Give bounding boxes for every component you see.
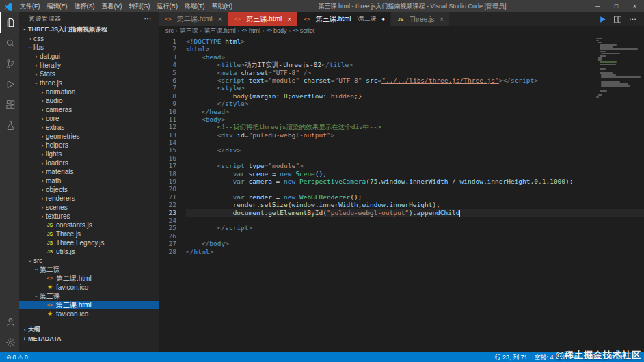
tree-folder-libs[interactable]: ›libs bbox=[19, 43, 159, 52]
close-button[interactable]: × bbox=[626, 0, 644, 12]
more-actions-icon[interactable]: ⋯ bbox=[144, 14, 152, 23]
breadcrumb-item[interactable]: src bbox=[165, 27, 174, 34]
tree-file-utils.js[interactable]: JSutils.js bbox=[19, 247, 159, 256]
sidebar-section[interactable]: ›METADATA bbox=[19, 334, 159, 343]
menu-item[interactable]: 查看(V) bbox=[98, 2, 126, 11]
line-number: 17 bbox=[159, 162, 176, 169]
code-line bbox=[186, 185, 644, 193]
tree-folder-loaders[interactable]: ›loaders bbox=[19, 158, 159, 167]
activity-account[interactable] bbox=[0, 311, 19, 332]
maximize-button[interactable]: □ bbox=[607, 0, 626, 12]
tree-root-folder[interactable]: › THREE.JS入门指南视频课程 bbox=[19, 25, 159, 34]
close-icon[interactable]: × bbox=[440, 16, 444, 23]
tree-folder-audio[interactable]: ›audio bbox=[19, 96, 159, 105]
problems-indicator[interactable]: ⊘0⚠0 bbox=[3, 352, 31, 362]
activity-settings[interactable] bbox=[0, 332, 19, 352]
tree-item-label: favicon.ico bbox=[56, 310, 88, 318]
tree-folder-materials[interactable]: ›materials bbox=[19, 167, 159, 176]
close-icon[interactable]: × bbox=[287, 16, 291, 23]
activity-explorer[interactable] bbox=[0, 12, 19, 33]
tree-folder-scenes[interactable]: ›scenes bbox=[19, 203, 159, 212]
breadcrumb-item[interactable]: <>script bbox=[293, 27, 314, 34]
line-number: 4 bbox=[159, 61, 176, 68]
tree-file-第二课.html[interactable]: <>第二课.html bbox=[19, 274, 159, 283]
tree-file-favicon.ico[interactable]: ★favicon.ico bbox=[19, 309, 159, 318]
tree-folder-src[interactable]: ›src bbox=[19, 256, 159, 265]
tree-file-Three.Legacy.js[interactable]: JSThree.Legacy.js bbox=[19, 238, 159, 247]
tree-folder-helpers[interactable]: ›helpers bbox=[19, 141, 159, 150]
tree-folder-literally[interactable]: ›literally bbox=[19, 61, 159, 70]
tree-file-第三课.html[interactable]: <>第三课.html bbox=[19, 301, 159, 309]
activity-testing[interactable] bbox=[0, 115, 19, 135]
activity-run-debug[interactable] bbox=[0, 74, 19, 94]
status-eol[interactable]: CRLF bbox=[581, 352, 604, 362]
menu-item[interactable]: 选择(S) bbox=[71, 2, 98, 11]
breadcrumb-item[interactable]: <>html bbox=[242, 27, 260, 34]
tree-folder-第二课[interactable]: ›第二课 bbox=[19, 265, 159, 274]
run-button[interactable] bbox=[598, 15, 607, 24]
code-line: document.getElementById("puledu-webgl-ou… bbox=[186, 209, 644, 217]
explorer-title: 资源管理器 bbox=[29, 14, 62, 23]
activity-extensions[interactable] bbox=[0, 94, 19, 115]
tree-folder-animation[interactable]: ›animation bbox=[19, 87, 159, 96]
tree-folder-three.js[interactable]: ›three.js bbox=[19, 79, 159, 87]
line-number: 11 bbox=[159, 115, 176, 123]
html-file-icon: <> bbox=[234, 16, 242, 23]
tree-folder-cameras[interactable]: ›cameras bbox=[19, 105, 159, 114]
menu-item[interactable]: 编辑(E) bbox=[44, 2, 71, 11]
menu-item[interactable]: 帮助(H) bbox=[209, 2, 237, 11]
workbench: 资源管理器 ⋯ › THREE.JS入门指南视频课程 ›css›libs›dat… bbox=[0, 12, 644, 352]
tree-item-label: core bbox=[46, 115, 59, 122]
code-line: <head> bbox=[186, 53, 644, 61]
tree-folder-objects[interactable]: ›objects bbox=[19, 185, 159, 194]
notifications-bell-icon[interactable] bbox=[628, 352, 641, 362]
sidebar-section[interactable]: ›大纲 bbox=[19, 325, 159, 334]
menu-item[interactable]: 运行(R) bbox=[154, 2, 182, 11]
tree-folder-math[interactable]: ›math bbox=[19, 176, 159, 185]
editor-tab[interactable]: <>第三课.html..\第三课● bbox=[297, 12, 391, 26]
status-indentation[interactable]: 空格: 4 bbox=[531, 352, 556, 362]
chevron-icon: › bbox=[33, 266, 40, 273]
tree-folder-css[interactable]: ›css bbox=[19, 34, 159, 43]
tree-folder-geometries[interactable]: ›geometries bbox=[19, 132, 159, 141]
menu-item[interactable]: 文件(F) bbox=[16, 2, 44, 11]
code-editor[interactable]: 1234567891011121314151617181920212223242… bbox=[159, 36, 644, 352]
menu-item[interactable]: 终端(T) bbox=[181, 2, 209, 11]
tree-file-Three.js[interactable]: JSThree.js bbox=[19, 229, 159, 238]
line-number: 7 bbox=[159, 84, 176, 92]
split-editor-button[interactable] bbox=[613, 15, 622, 24]
chevron-icon: › bbox=[33, 71, 40, 78]
breadcrumb-item[interactable]: 第三课.html bbox=[204, 27, 236, 36]
activity-search[interactable] bbox=[0, 33, 19, 53]
editor-tab[interactable]: <>第三课.html× bbox=[228, 12, 298, 26]
status-language-mode[interactable]: HTML bbox=[604, 352, 628, 362]
editor-tab[interactable]: JSThree.js× bbox=[391, 12, 450, 26]
minimap[interactable] bbox=[596, 38, 640, 98]
tree-folder-第三课[interactable]: ›第三课 bbox=[19, 292, 159, 301]
tree-folder-renderers[interactable]: ›renderers bbox=[19, 194, 159, 203]
tree-folder-textures[interactable]: ›textures bbox=[19, 212, 159, 221]
tree-item-label: 第三课.html bbox=[56, 301, 92, 310]
breadcrumb-item[interactable]: 第三课 bbox=[180, 27, 198, 36]
title-bar: 文件(F)编辑(E)选择(S)查看(V)转到(G)运行(R)终端(T)帮助(H)… bbox=[0, 0, 644, 12]
tree-folder-lights[interactable]: ›lights bbox=[19, 150, 159, 158]
code-line: <script text="module" charset="UTF-8" sr… bbox=[186, 76, 644, 84]
tree-folder-dat.gui[interactable]: ›dat.gui bbox=[19, 52, 159, 61]
tree-folder-Stats[interactable]: ›Stats bbox=[19, 70, 159, 79]
code-content[interactable]: <!DOCTYPE html><html> <head> <title>动力IT… bbox=[183, 38, 644, 352]
tree-file-constants.js[interactable]: JSconstants.js bbox=[19, 221, 159, 229]
tree-folder-core[interactable]: ›core bbox=[19, 114, 159, 123]
status-cursor-position[interactable]: 行 23, 列 71 bbox=[491, 352, 531, 362]
chevron-icon: › bbox=[27, 257, 33, 264]
tree-file-favicon.ico[interactable]: ★favicon.ico bbox=[19, 283, 159, 292]
close-icon[interactable]: × bbox=[218, 16, 222, 23]
breadcrumb-item[interactable]: <>body bbox=[267, 27, 287, 34]
section-label: METADATA bbox=[28, 335, 62, 342]
minimize-button[interactable]: ─ bbox=[589, 0, 607, 12]
more-actions-button[interactable] bbox=[628, 15, 637, 24]
tree-folder-extras[interactable]: ›extras bbox=[19, 123, 159, 132]
activity-source-control[interactable] bbox=[0, 53, 19, 74]
menu-item[interactable]: 转到(G) bbox=[126, 2, 154, 11]
status-encoding[interactable]: UTF-8 bbox=[556, 352, 581, 362]
editor-tab[interactable]: <>第二课.html× bbox=[159, 12, 228, 26]
